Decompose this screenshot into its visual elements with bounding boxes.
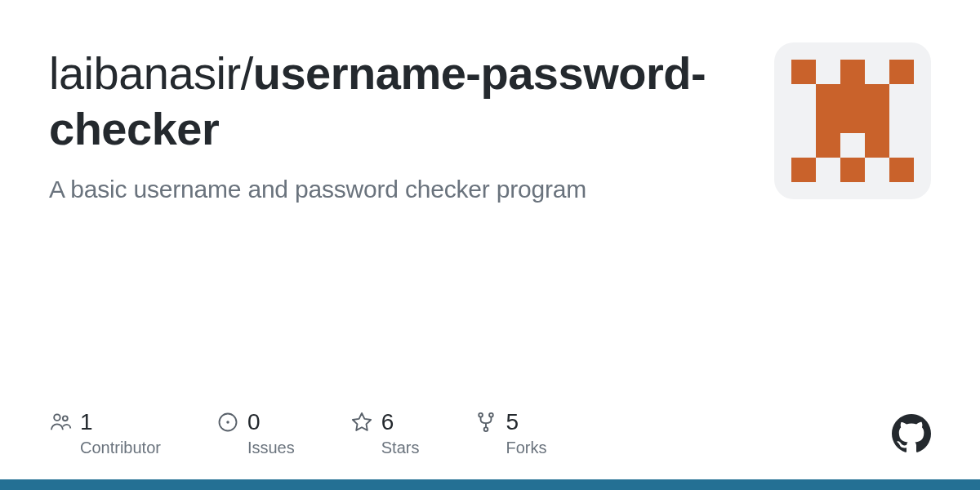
github-icon [892, 414, 931, 453]
svg-point-19 [490, 413, 494, 417]
svg-rect-8 [865, 109, 889, 133]
title-block: laibanasir/username-password-checker A b… [49, 46, 742, 203]
repo-name-part2[interactable]: password [481, 47, 691, 99]
svg-point-20 [484, 427, 488, 431]
repo-name-part1[interactable]: username [253, 47, 466, 99]
svg-rect-2 [889, 60, 914, 84]
stars-label: Stars [381, 439, 420, 457]
stars-count: 6 [381, 409, 394, 435]
svg-point-15 [63, 416, 68, 421]
star-icon [350, 411, 373, 434]
repo-name-part3[interactable]: checker [49, 103, 219, 154]
repo-title: laibanasir/username-password-checker [49, 46, 742, 158]
stats-group: 1 Contributor 0 Issues [49, 409, 546, 457]
svg-rect-9 [816, 133, 840, 158]
svg-rect-0 [791, 60, 816, 84]
repo-description: A basic username and password checker pr… [49, 176, 742, 203]
svg-point-18 [479, 413, 483, 417]
repo-name-dash2: - [691, 47, 706, 99]
contributors-count: 1 [80, 409, 93, 435]
svg-rect-4 [840, 84, 865, 109]
svg-rect-5 [865, 84, 889, 109]
issues-label: Issues [247, 439, 295, 457]
stat-top: 5 [474, 409, 546, 435]
svg-point-14 [54, 414, 60, 420]
stat-contributors[interactable]: 1 Contributor [49, 409, 161, 457]
repo-name-dash1: - [466, 47, 480, 99]
stat-forks[interactable]: 5 Forks [474, 409, 546, 457]
header-row: laibanasir/username-password-checker A b… [49, 46, 931, 203]
svg-point-17 [226, 421, 229, 424]
repo-card: laibanasir/username-password-checker A b… [0, 0, 980, 490]
svg-rect-12 [840, 158, 865, 182]
stat-top: 0 [216, 409, 295, 435]
issue-icon [216, 411, 239, 434]
svg-rect-7 [840, 109, 865, 133]
svg-rect-11 [791, 158, 816, 182]
avatar[interactable] [774, 42, 931, 199]
forks-label: Forks [506, 439, 546, 457]
identicon-icon [791, 60, 914, 182]
issues-count: 0 [247, 409, 261, 435]
people-icon [49, 411, 72, 434]
svg-rect-1 [840, 60, 865, 84]
slash: / [241, 47, 253, 99]
repo-owner[interactable]: laibanasir [49, 47, 241, 99]
svg-rect-3 [816, 84, 840, 109]
github-logo[interactable] [892, 414, 931, 453]
stat-issues[interactable]: 0 Issues [216, 409, 295, 457]
svg-rect-10 [865, 133, 889, 158]
fork-icon [474, 411, 497, 434]
svg-rect-13 [889, 158, 914, 182]
forks-count: 5 [506, 409, 519, 435]
stats-row: 1 Contributor 0 Issues [49, 409, 931, 457]
stat-top: 1 [49, 409, 161, 435]
accent-bar [0, 479, 980, 490]
stat-stars[interactable]: 6 Stars [350, 409, 420, 457]
svg-rect-6 [816, 109, 840, 133]
contributors-label: Contributor [80, 439, 161, 457]
stat-top: 6 [350, 409, 420, 435]
